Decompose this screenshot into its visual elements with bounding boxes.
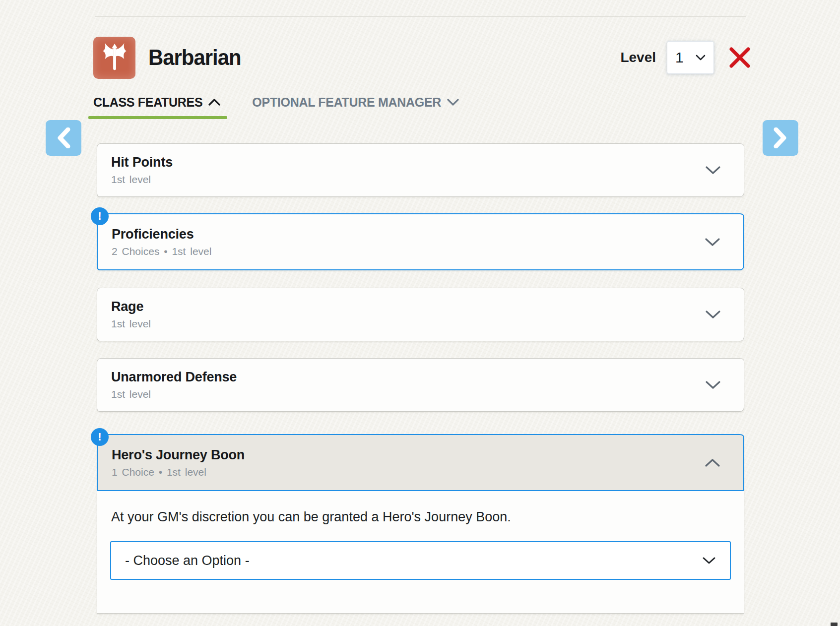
- feature-heros-journey-boon-body: At your GM's discretion you can be grant…: [97, 491, 744, 614]
- scroll-edge-artifact: [831, 623, 838, 626]
- alert-badge-icon: !: [91, 428, 109, 446]
- feature-rage: Rage 1st level: [97, 288, 744, 341]
- feature-text: Hit Points 1st level: [111, 155, 173, 186]
- feature-text: Rage 1st level: [111, 299, 151, 330]
- feature-subtitle: 1st level: [111, 174, 173, 186]
- feature-heros-journey-boon-header[interactable]: ! Hero's Journey Boon 1 Choice • 1st lev…: [97, 434, 744, 491]
- chevron-up-icon: [705, 458, 720, 467]
- feature-proficiencies: ! Proficiencies 2 Choices • 1st level: [97, 213, 744, 270]
- class-features-list: Hit Points 1st level ! Proficiencies 2 C…: [97, 0, 744, 626]
- chevron-right-icon: [773, 127, 788, 148]
- feature-title: Proficiencies: [112, 227, 211, 242]
- prev-class-button[interactable]: [46, 120, 81, 156]
- feature-hit-points-header[interactable]: Hit Points 1st level: [97, 143, 744, 197]
- feature-unarmored-defense: Unarmored Defense 1st level: [97, 358, 744, 412]
- character-builder-page: Barbarian Level 1 CLASS FEATURES: [0, 0, 840, 626]
- feature-title: Hero's Journey Boon: [112, 447, 245, 463]
- selected-option: - Choose an Option -: [125, 553, 250, 568]
- chevron-down-icon: [702, 557, 716, 564]
- feature-unarmored-defense-header[interactable]: Unarmored Defense 1st level: [97, 358, 744, 412]
- alert-badge-icon: !: [91, 207, 109, 225]
- feature-rage-header[interactable]: Rage 1st level: [97, 288, 744, 341]
- feature-subtitle: 2 Choices • 1st level: [112, 246, 211, 257]
- feature-hit-points: Hit Points 1st level: [97, 143, 744, 197]
- feature-proficiencies-header[interactable]: ! Proficiencies 2 Choices • 1st level: [97, 213, 744, 270]
- chevron-left-icon: [56, 127, 71, 148]
- feature-description: At your GM's discretion you can be grant…: [111, 509, 731, 525]
- chevron-down-icon: [705, 310, 721, 319]
- chevron-down-icon: [705, 166, 721, 175]
- boon-option-select[interactable]: - Choose an Option -: [110, 541, 731, 580]
- next-class-button[interactable]: [763, 120, 798, 156]
- feature-title: Rage: [111, 299, 151, 314]
- chevron-down-icon: [705, 238, 720, 247]
- feature-text: Unarmored Defense 1st level: [111, 370, 237, 400]
- feature-heros-journey-boon: ! Hero's Journey Boon 1 Choice • 1st lev…: [97, 434, 744, 614]
- feature-subtitle: 1st level: [111, 388, 237, 400]
- feature-text: Proficiencies 2 Choices • 1st level: [112, 227, 211, 257]
- feature-text: Hero's Journey Boon 1 Choice • 1st level: [112, 447, 245, 478]
- feature-title: Unarmored Defense: [111, 370, 237, 385]
- feature-title: Hit Points: [111, 155, 173, 170]
- feature-subtitle: 1 Choice • 1st level: [112, 466, 245, 478]
- feature-subtitle: 1st level: [111, 318, 151, 330]
- chevron-down-icon: [705, 380, 721, 389]
